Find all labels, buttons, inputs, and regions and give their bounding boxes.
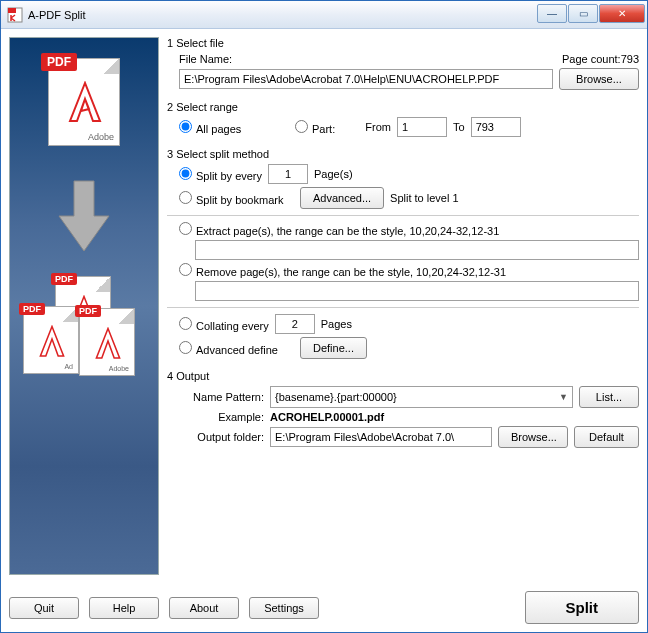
extract-radio[interactable]: [179, 222, 192, 235]
example-label: Example:: [179, 411, 264, 423]
app-window: A-PDF Split — ▭ ✕ PDF Adobe PDFAd PDFAd …: [0, 0, 648, 633]
outputfolder-input[interactable]: [270, 427, 492, 447]
adobe-logo-icon: [63, 81, 107, 125]
collating-pages-label: Pages: [321, 318, 352, 330]
remove-input[interactable]: [195, 281, 639, 301]
settings-button[interactable]: Settings: [249, 597, 319, 619]
browse-output-button[interactable]: Browse...: [498, 426, 568, 448]
outputfolder-label: Output folder:: [179, 431, 264, 443]
splitevery-label: Split by every: [196, 170, 262, 182]
allpages-label: All pages: [196, 123, 241, 135]
pages-label: Page(s): [314, 168, 353, 180]
sidebar-graphic: PDF Adobe PDFAd PDFAd PDFAdobe: [9, 37, 159, 575]
quit-button[interactable]: Quit: [9, 597, 79, 619]
splitevery-input[interactable]: [268, 164, 308, 184]
namepattern-label: Name Pattern:: [179, 391, 264, 403]
browse-file-button[interactable]: Browse...: [559, 68, 639, 90]
footer: Quit Help About Settings Split: [1, 583, 647, 632]
part-label: Part:: [312, 123, 335, 135]
advdefine-label: Advanced define: [196, 344, 278, 356]
define-button[interactable]: Define...: [300, 337, 367, 359]
extract-input[interactable]: [195, 240, 639, 260]
filename-label: File Name:: [179, 53, 232, 65]
remove-radio[interactable]: [179, 263, 192, 276]
to-input[interactable]: [471, 117, 521, 137]
section3-title: 3 Select split method: [167, 148, 639, 160]
advanced-button[interactable]: Advanced...: [300, 187, 384, 209]
about-button[interactable]: About: [169, 597, 239, 619]
list-button[interactable]: List...: [579, 386, 639, 408]
arrow-down-icon: [54, 176, 114, 256]
namepattern-select[interactable]: {basename}.{part:00000} ▼: [270, 386, 573, 408]
part-radio[interactable]: [295, 120, 308, 133]
splitevery-radio[interactable]: [179, 167, 192, 180]
pagecount-label: Page count:: [562, 53, 621, 65]
section2-title: 2 Select range: [167, 101, 639, 113]
namepattern-value: {basename}.{part:00000}: [275, 391, 397, 403]
chevron-down-icon: ▼: [559, 392, 568, 402]
bookmark-radio[interactable]: [179, 191, 192, 204]
app-icon: [7, 7, 23, 23]
collating-input[interactable]: [275, 314, 315, 334]
splitlevel-label: Split to level 1: [390, 192, 458, 204]
remove-label: Remove page(s), the range can be the sty…: [196, 266, 506, 278]
adobe-text: Adobe: [88, 132, 114, 142]
section1-title: 1 Select file: [167, 37, 639, 49]
from-label: From: [361, 121, 391, 133]
close-button[interactable]: ✕: [599, 4, 645, 23]
window-title: A-PDF Split: [28, 9, 537, 21]
from-input[interactable]: [397, 117, 447, 137]
pagecount-value: 793: [621, 53, 639, 65]
to-label: To: [453, 121, 465, 133]
example-value: ACROHELP.00001.pdf: [270, 411, 384, 423]
bookmark-label: Split by bookmark: [196, 194, 283, 206]
titlebar: A-PDF Split — ▭ ✕: [1, 1, 647, 29]
section4-title: 4 Output: [167, 370, 639, 382]
minimize-button[interactable]: —: [537, 4, 567, 23]
split-button[interactable]: Split: [525, 591, 640, 624]
extract-label: Extract page(s), the range can be the st…: [196, 225, 499, 237]
default-button[interactable]: Default: [574, 426, 639, 448]
pdf-badge: PDF: [41, 53, 77, 71]
help-button[interactable]: Help: [89, 597, 159, 619]
collating-label: Collating every: [196, 320, 269, 332]
filename-input[interactable]: [179, 69, 553, 89]
allpages-radio[interactable]: [179, 120, 192, 133]
maximize-button[interactable]: ▭: [568, 4, 598, 23]
collating-radio[interactable]: [179, 317, 192, 330]
svg-rect-1: [8, 8, 16, 13]
advdefine-radio[interactable]: [179, 341, 192, 354]
main-panel: 1 Select file File Name: Page count:793 …: [167, 37, 639, 575]
